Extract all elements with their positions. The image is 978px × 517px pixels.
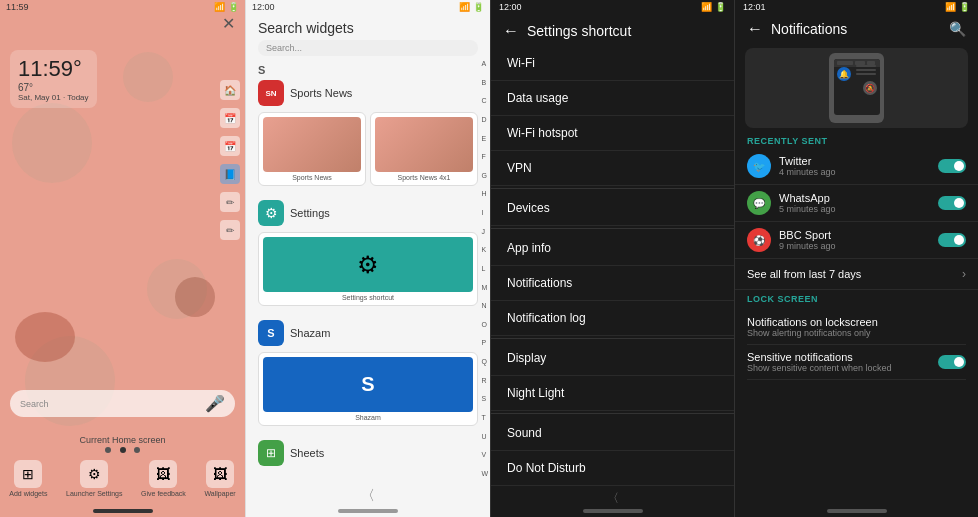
header-title: Settings shortcut — [527, 23, 631, 39]
bbcsport-notification[interactable]: ⚽ BBC Sport 9 minutes ago — [735, 222, 978, 259]
alpha-L[interactable]: L — [481, 265, 488, 272]
twitter-toggle[interactable] — [938, 159, 966, 173]
alpha-W[interactable]: W — [481, 470, 488, 477]
lockscreen-notifications-item[interactable]: Notifications on lockscreen Show alertin… — [747, 310, 966, 345]
divider-3 — [491, 338, 734, 339]
notifications-header: ← Notifications 🔍 — [735, 14, 978, 44]
alpha-T[interactable]: T — [481, 414, 488, 421]
alpha-S[interactable]: S — [481, 395, 488, 402]
settings-preview-1[interactable]: ⚙ Settings shortcut — [258, 232, 478, 306]
alpha-F[interactable]: F — [481, 153, 488, 160]
alpha-M[interactable]: M — [481, 284, 488, 291]
status-bar: 11:59 📶 🔋 — [0, 0, 245, 14]
sheets-icon: ⊞ — [258, 440, 284, 466]
menu-item-vpn[interactable]: VPN — [491, 151, 734, 186]
menu-item-notifications[interactable]: Notifications — [491, 266, 734, 301]
notification-preview: 🔔 🔕 — [745, 48, 968, 128]
status-icons: 📶 🔋 — [945, 2, 970, 12]
shazam-section: S Shazam S Shazam — [246, 316, 490, 436]
close-button[interactable]: ✕ — [222, 14, 235, 33]
bbcsport-time: 9 minutes ago — [779, 241, 930, 251]
nav-back-icon[interactable]: 〈 — [607, 490, 619, 507]
shazam-preview-1[interactable]: S Shazam — [258, 352, 478, 426]
sports-news-preview-2[interactable]: Sports News 4x1 — [370, 112, 478, 186]
sensitive-notifications-item[interactable]: Sensitive notifications Show sensitive c… — [747, 345, 966, 380]
home-indicator — [338, 509, 398, 513]
back-button[interactable]: ← — [503, 22, 519, 40]
alpha-O[interactable]: O — [481, 321, 488, 328]
alphabet-sidebar[interactable]: A B C D E F G H I J K L M N O P Q R S T … — [481, 60, 488, 477]
alpha-I[interactable]: I — [481, 209, 488, 216]
alpha-U[interactable]: U — [481, 433, 488, 440]
back-arrow[interactable]: 〈 — [361, 487, 375, 505]
alpha-N[interactable]: N — [481, 302, 488, 309]
launcher-settings-button[interactable]: ⚙ Launcher Settings — [66, 460, 122, 497]
sports-news-label: Sports News — [290, 87, 352, 99]
menu-item-notification-log[interactable]: Notification log — [491, 301, 734, 336]
side-icon-3[interactable]: 📅 — [220, 136, 240, 156]
menu-item-data-usage[interactable]: Data usage — [491, 81, 734, 116]
sports-preview-label-2: Sports News 4x1 — [375, 174, 473, 181]
menu-item-wifi-hotspot[interactable]: Wi-Fi hotspot — [491, 116, 734, 151]
clock-date: Sat, May 01 · Today — [18, 93, 89, 102]
wallpaper-button[interactable]: 🖼 Wallpaper — [204, 460, 235, 497]
add-widgets-button[interactable]: ⊞ Add widgets — [9, 460, 47, 497]
dot-3 — [134, 447, 140, 453]
alpha-V[interactable]: V — [481, 451, 488, 458]
menu-item-wifi[interactable]: Wi-Fi — [491, 46, 734, 81]
menu-item-night-light[interactable]: Night Light — [491, 376, 734, 411]
sports-news-preview-1[interactable]: Sports News — [258, 112, 366, 186]
whatsapp-toggle[interactable] — [938, 196, 966, 210]
alpha-J[interactable]: J — [481, 228, 488, 235]
side-icon-2[interactable]: 📅 — [220, 108, 240, 128]
cat-blob — [175, 277, 215, 317]
alpha-E[interactable]: E — [481, 135, 488, 142]
whatsapp-notification[interactable]: 💬 WhatsApp 5 minutes ago — [735, 185, 978, 222]
wallpaper-icon: 🖼 — [206, 460, 234, 488]
alpha-P[interactable]: P — [481, 339, 488, 346]
menu-item-app-info[interactable]: App info — [491, 231, 734, 266]
add-widgets-icon: ⊞ — [14, 460, 42, 488]
settings-item[interactable]: ⚙ Settings — [258, 200, 478, 226]
search-placeholder: Search — [20, 399, 49, 409]
shazam-label: Shazam — [290, 327, 330, 339]
sports-news-item[interactable]: SN Sports News — [258, 80, 478, 106]
home-indicator — [583, 509, 643, 513]
twitter-notification[interactable]: 🐦 Twitter 4 minutes ago — [735, 148, 978, 185]
bbcsport-toggle[interactable] — [938, 233, 966, 247]
sheets-item[interactable]: ⊞ Sheets — [258, 440, 478, 466]
alpha-Q[interactable]: Q — [481, 358, 488, 365]
side-icon-6[interactable]: ✏ — [220, 220, 240, 240]
home-indicator — [93, 509, 153, 513]
header-title: Notifications — [771, 21, 847, 37]
settings-previews: ⚙ Settings shortcut — [258, 232, 478, 306]
alpha-D[interactable]: D — [481, 116, 488, 123]
sheets-section: ⊞ Sheets — [246, 436, 490, 476]
search-input[interactable]: Search... — [258, 40, 478, 56]
side-icon-4[interactable]: 📘 — [220, 164, 240, 184]
see-all-button[interactable]: See all from last 7 days › — [735, 259, 978, 290]
alpha-G[interactable]: G — [481, 172, 488, 179]
side-icon-5[interactable]: ✏ — [220, 192, 240, 212]
alpha-H[interactable]: H — [481, 190, 488, 197]
search-icon[interactable]: 🔍 — [949, 21, 966, 37]
menu-item-sound[interactable]: Sound — [491, 416, 734, 451]
give-feedback-button[interactable]: 🖼 Give feedback — [141, 460, 186, 497]
shazam-item[interactable]: S Shazam — [258, 320, 478, 346]
alpha-B[interactable]: B — [481, 79, 488, 86]
alpha-R[interactable]: R — [481, 377, 488, 384]
phone-screen: 🔔 🔕 — [834, 59, 880, 115]
back-button[interactable]: ← — [747, 20, 763, 38]
settings-shortcut-panel: 12:00 📶 🔋 ← Settings shortcut Wi-Fi Data… — [490, 0, 734, 517]
menu-item-do-not-disturb[interactable]: Do Not Disturb — [491, 451, 734, 486]
menu-item-devices[interactable]: Devices — [491, 191, 734, 226]
settings-icon: ⚙ — [258, 200, 284, 226]
search-mic-icon[interactable]: 🎤 — [205, 394, 225, 413]
side-icon-1[interactable]: 🏠 — [220, 80, 240, 100]
sensitive-notifications-toggle[interactable] — [938, 355, 966, 369]
alpha-A[interactable]: A — [481, 60, 488, 67]
menu-item-display[interactable]: Display — [491, 341, 734, 376]
alpha-C[interactable]: C — [481, 97, 488, 104]
alpha-K[interactable]: K — [481, 246, 488, 253]
search-bar[interactable]: Search 🎤 — [10, 390, 235, 417]
